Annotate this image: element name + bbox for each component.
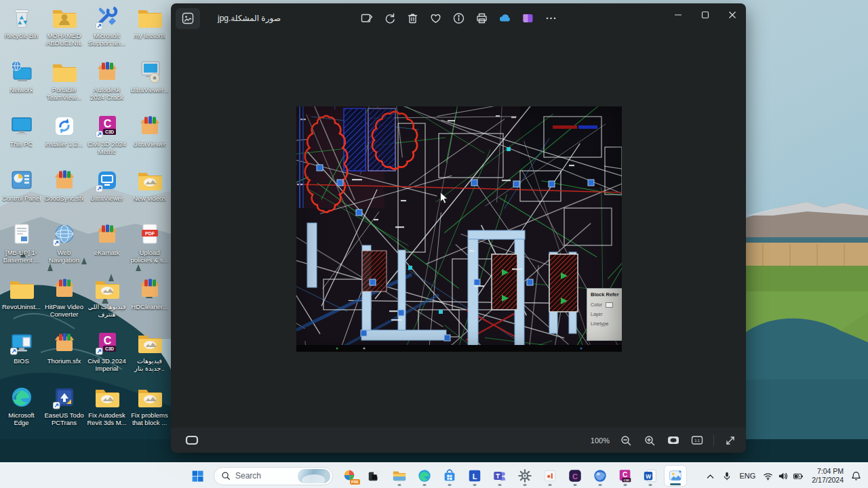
- taskbar-app-pre-button[interactable]: PRE: [338, 465, 361, 487]
- desktop-icon-label: Microsoft Edge: [1, 412, 43, 426]
- taskbar-edge-button[interactable]: [413, 465, 436, 487]
- c3d-icon: CC3D: [94, 113, 121, 140]
- language-indicator[interactable]: ENG: [739, 472, 755, 480]
- onedrive-button[interactable]: [495, 9, 515, 28]
- gallery-button[interactable]: [518, 9, 538, 28]
- close-button[interactable]: [719, 3, 746, 26]
- taskbar-app-l-button[interactable]: L: [463, 465, 486, 487]
- desktop-icon-my-lessons[interactable]: my lessons: [128, 1, 171, 56]
- desktop-icon-this-pc[interactable]: This PC: [0, 110, 43, 164]
- desktop-icon-hitpaw-video-converter[interactable]: HitPaw Video Converter: [43, 272, 85, 327]
- zoom-in-button[interactable]: [642, 433, 657, 448]
- taskbar-app-layers-button[interactable]: [363, 465, 386, 487]
- desktop-icon-item-22[interactable]: فيديوهات اللي هتترف: [85, 272, 128, 327]
- taskbar-app-orange-button[interactable]: [538, 465, 561, 487]
- window-title: صورة المشكلة.jpg: [218, 14, 281, 23]
- desktop-icon-bios[interactable]: BIOS: [0, 327, 43, 381]
- desktop-icon-civil-3d-2024-imperial[interactable]: CC3DCivil 3D 2024 Imperial: [85, 327, 128, 381]
- desktop-icon-label: HDCleaner...: [131, 304, 167, 311]
- archive-icon: [94, 221, 121, 248]
- desktop-icon-ultraviewer[interactable]: UltraViewer: [128, 110, 171, 164]
- desktop-icon-label: Control Panel: [2, 195, 41, 203]
- desktop-icon-portable-teamview[interactable]: Portable TeamView...: [43, 56, 85, 110]
- taskbar-app-sphere-button[interactable]: [589, 465, 612, 487]
- see-all-photos-button[interactable]: [176, 8, 200, 29]
- print-button[interactable]: [472, 9, 492, 28]
- app-layers-icon: [367, 468, 382, 483]
- photo-canvas[interactable]: Block Refer Color Layer Linetype: [296, 106, 622, 352]
- tray-chevron-button[interactable]: [706, 472, 715, 480]
- maximize-button[interactable]: [692, 3, 719, 26]
- desktop-icon-label: GoodSync.sfx: [44, 195, 84, 203]
- desktop-icon-fix-autodesk-revit-3ds-m[interactable]: Fix Autodesk Revit 3ds M...: [85, 381, 128, 435]
- svg-text:C: C: [103, 118, 111, 129]
- taskbar-word-button[interactable]: W: [639, 465, 662, 487]
- archive-icon: [51, 167, 78, 194]
- favorite-button[interactable]: [426, 9, 446, 28]
- taskbar-settings-button[interactable]: [513, 465, 536, 487]
- desktop-icon-easeus-todo-pctrans[interactable]: EaseUS Todo PCTrans: [43, 381, 85, 435]
- desktop-icon-microsoft-support-an[interactable]: Microsoft Support an...: [85, 1, 128, 56]
- desktop-icon-new-videos[interactable]: New videos: [128, 164, 171, 218]
- desktop-icon-label: Upload policies & s...: [129, 249, 171, 264]
- desktop-icon-autodesk-2024-crack[interactable]: Autodesk 2024 Crack: [85, 56, 128, 110]
- battery-tray-button[interactable]: [793, 472, 804, 481]
- taskbar-file-explorer-button[interactable]: [388, 465, 411, 487]
- taskbar: Search PRELCCC3DW ENG 7:04 PM 2/17/2024: [0, 462, 868, 488]
- desktop-icon-revouninst[interactable]: RevoUninst...: [0, 272, 43, 327]
- taskbar-civil3d-button[interactable]: CC3D: [614, 465, 637, 487]
- more-button[interactable]: [541, 9, 561, 28]
- info-icon: [452, 12, 465, 25]
- microphone-tray-button[interactable]: [722, 471, 732, 481]
- start-button[interactable]: [186, 465, 209, 487]
- desktop-icon-hdcleaner[interactable]: HDCleaner...: [128, 272, 171, 327]
- actual-size-button[interactable]: 1:1: [690, 433, 705, 448]
- doc-icon: [8, 221, 35, 248]
- desktop-icon-ekamatk[interactable]: eKamatk: [85, 218, 128, 272]
- wifi-tray-button[interactable]: [763, 472, 773, 481]
- desktop-icon-goodsync-sfx[interactable]: GoodSync.sfx: [43, 164, 85, 218]
- fit-screen-button[interactable]: [666, 433, 681, 448]
- desktop-icon-thorium-sfx[interactable]: Thorium.sfx: [43, 327, 85, 381]
- volume-tray-button[interactable]: [778, 472, 788, 481]
- desktop-icon-network[interactable]: Network: [0, 56, 43, 110]
- taskbar-photos-button[interactable]: [664, 465, 687, 487]
- desktop-icon-installer-1-2[interactable]: installer 1.2...: [43, 110, 85, 164]
- info-button[interactable]: [449, 9, 469, 28]
- desktop-icon-upload-policies-s[interactable]: PDFUpload policies & s...: [128, 218, 171, 272]
- desktop-icon-item-27[interactable]: فيديوهات جديدة بتار..: [128, 327, 171, 381]
- clock[interactable]: 7:04 PM 2/17/2024: [812, 467, 844, 484]
- tooltip-title: Block Refer: [591, 291, 622, 298]
- zoom-out-button[interactable]: [618, 433, 633, 448]
- desktop-icon-label: Portable TeamView...: [43, 87, 85, 101]
- minimize-button[interactable]: [665, 3, 692, 26]
- filmstrip-toggle-button[interactable]: [180, 432, 203, 449]
- taskbar-teams-button[interactable]: [488, 465, 511, 487]
- desktop-icon-mohamed-abduelnil[interactable]: MOHAMED ABDUELNIL: [43, 1, 85, 56]
- desktop-icon-civil-3d-2024-metric[interactable]: CC3DCivil 3D 2024 Metric: [85, 110, 128, 164]
- delete-button[interactable]: [403, 9, 422, 28]
- svg-text:C: C: [572, 472, 578, 481]
- desktop-icon-web-navigation[interactable]: Web Navigation: [43, 218, 85, 272]
- desktop-icon-fix-problems-that-block[interactable]: Fix problems that block ...: [128, 381, 171, 435]
- desktop-icon-mb-up-1-basement[interactable]: [MB-UP] 1-Basement ...: [0, 218, 43, 272]
- taskbar-clipchamp-button[interactable]: C: [564, 465, 587, 487]
- desktop-icon-microsoft-edge[interactable]: Microsoft Edge: [0, 381, 43, 435]
- desktop-icon-recycle-bin[interactable]: Recycle Bin: [0, 1, 43, 56]
- desktop-icon-ultraviewer[interactable]: UltraViewer...: [128, 56, 171, 110]
- running-indicator: [448, 484, 452, 486]
- edit-button[interactable]: [357, 9, 376, 28]
- rotate-button[interactable]: [380, 9, 399, 28]
- search-highlight-image[interactable]: [298, 469, 330, 483]
- zoom-out-icon: [620, 434, 632, 447]
- teams-icon: [492, 468, 507, 483]
- fullscreen-button[interactable]: [723, 433, 738, 448]
- running-indicator: [473, 484, 477, 486]
- desktop-icon-control-panel[interactable]: Control Panel: [0, 164, 43, 218]
- svg-text:C: C: [103, 335, 111, 346]
- desktop-icon-ultraviewer[interactable]: UltraViewer: [85, 164, 128, 218]
- taskbar-store-button[interactable]: [438, 465, 461, 487]
- search-box[interactable]: Search: [214, 467, 333, 485]
- folder-icon: [8, 275, 35, 302]
- notifications-button[interactable]: [851, 471, 861, 481]
